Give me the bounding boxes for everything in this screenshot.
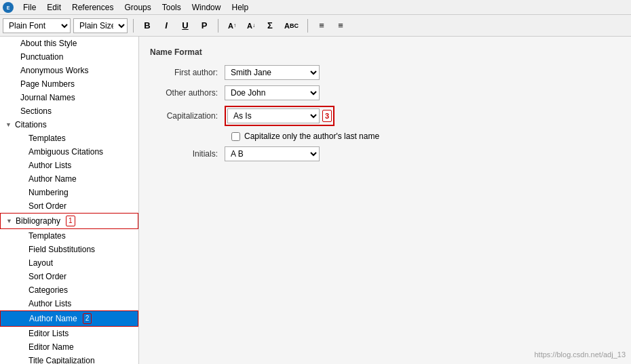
font-select[interactable]: Plain Font — [3, 18, 71, 33]
tree-bibliography-author-name-label: Author Name — [29, 314, 77, 323]
tree-citations-sort-order[interactable]: Sort Order — [0, 199, 138, 213]
tree-about-label: About this Style — [20, 39, 77, 48]
symbol-button[interactable]: Σ — [262, 18, 278, 34]
tree-bibliography-author-lists[interactable]: Author Lists — [0, 297, 138, 310]
italic-button[interactable]: I — [158, 18, 174, 34]
section-title: Name Format — [150, 47, 620, 57]
capitalize-checkbox-row: Capitalize only the author's last name — [231, 132, 620, 141]
menu-references[interactable]: References — [66, 1, 119, 14]
tree-categories-label: Categories — [28, 285, 68, 295]
tree-ambiguous-citations[interactable]: Ambiguous Citations — [0, 145, 138, 159]
tree-punctuation[interactable]: Punctuation — [0, 50, 138, 64]
tree-page-numbers[interactable]: Page Numbers — [0, 77, 138, 91]
bibliography-badge: 1 — [66, 216, 75, 226]
bold-button[interactable]: B — [139, 18, 155, 34]
capitalize-lastname-label: Capitalize only the author's last name — [244, 132, 379, 141]
size-select[interactable]: Plain Size — [73, 18, 128, 33]
tree-citations-sort-order-label: Sort Order — [28, 201, 66, 211]
underline-button[interactable]: U — [177, 18, 193, 34]
tree-bibliography-sort-order-label: Sort Order — [28, 272, 66, 281]
tree-editor-lists[interactable]: Editor Lists — [0, 327, 138, 340]
left-panel: About this Style Punctuation Anonymous W… — [0, 37, 139, 364]
tree-bibliography-label: Bibliography — [16, 216, 60, 226]
tree-citations-author-lists-label: Author Lists — [28, 161, 71, 170]
menu-groups[interactable]: Groups — [119, 1, 156, 14]
tree-field-substitutions[interactable]: Field Substitutions — [0, 243, 138, 256]
other-authors-select[interactable]: Doe John John Doe Doe J J Doe — [225, 85, 320, 100]
capitalize-lastname-checkbox[interactable] — [231, 132, 240, 141]
menu-file[interactable]: File — [18, 1, 41, 14]
first-author-label: First author: — [150, 68, 225, 77]
tree-punctuation-label: Punctuation — [20, 52, 63, 62]
align-left-button[interactable]: ≡ — [313, 18, 330, 34]
capitalization-row: Capitalization: As Is All Uppercase All … — [150, 106, 620, 126]
tree-journal-names[interactable]: Journal Names — [0, 91, 138, 104]
tree-citations[interactable]: ▼ Citations — [0, 118, 138, 132]
other-authors-row: Other authors: Doe John John Doe Doe J J… — [150, 85, 620, 100]
toolbar: Plain Font Plain Size B I U P A↑ A↓ Σ AB… — [0, 15, 631, 37]
main-layout: About this Style Punctuation Anonymous W… — [0, 37, 631, 364]
tree-field-substitutions-label: Field Substitutions — [28, 245, 95, 254]
tree-sections[interactable]: Sections — [0, 104, 138, 118]
tree-ambiguous-citations-label: Ambiguous Citations — [28, 147, 103, 157]
tree-title-capitalization-label: Title Capitalization — [28, 356, 95, 364]
case-button[interactable]: ABC — [281, 18, 302, 34]
toolbar-divider-1 — [133, 19, 134, 33]
watermark: https://blog.csdn.net/adj_13 — [534, 350, 626, 359]
tree-page-numbers-label: Page Numbers — [20, 79, 75, 89]
tree-citations-author-name[interactable]: Author Name — [0, 172, 138, 186]
tree-bibliography-templates[interactable]: Templates — [0, 229, 138, 243]
initials-row: Initials: A B A.B. AB A — [150, 146, 620, 161]
first-author-select[interactable]: Smith Jane Jane Smith Smith J J Smith — [225, 65, 320, 80]
tree-citations-templates[interactable]: Templates — [0, 132, 138, 145]
tree-bibliography-author-name[interactable]: Author Name 2 — [0, 310, 138, 327]
right-panel: Name Format First author: Smith Jane Jan… — [139, 37, 631, 364]
first-author-row: First author: Smith Jane Jane Smith Smit… — [150, 65, 620, 80]
svg-text:E: E — [7, 5, 10, 10]
app-logo: E — [3, 2, 14, 13]
tree-citations-author-name-label: Author Name — [28, 174, 77, 184]
subscript-button[interactable]: A↓ — [243, 18, 259, 34]
capitalization-badge: 3 — [322, 110, 332, 122]
tree-title-capitalization[interactable]: Title Capitalization — [0, 354, 138, 364]
tree-categories[interactable]: Categories — [0, 283, 138, 297]
author-name-badge: 2 — [83, 313, 92, 324]
tree-anonymous[interactable]: Anonymous Works — [0, 64, 138, 77]
tree-citations-label: Citations — [15, 120, 47, 129]
tree-anonymous-label: Anonymous Works — [20, 66, 88, 75]
tree-bibliography-sort-order[interactable]: Sort Order — [0, 270, 138, 283]
tree-editor-lists-label: Editor Lists — [28, 329, 69, 338]
tree-bibliography[interactable]: ▼ Bibliography 1 — [0, 213, 138, 229]
capitalization-select[interactable]: As Is All Uppercase All Lowercase Small … — [227, 108, 320, 123]
superscript-button[interactable]: A↑ — [224, 18, 240, 34]
tree-bibliography-author-lists-label: Author Lists — [28, 299, 71, 308]
tree-journal-names-label: Journal Names — [20, 93, 75, 102]
tree-citations-author-lists[interactable]: Author Lists — [0, 159, 138, 172]
tree-bibliography-templates-label: Templates — [28, 231, 66, 241]
menu-edit[interactable]: Edit — [41, 1, 66, 14]
tree-editor-name[interactable]: Editor Name — [0, 340, 138, 354]
tree-about[interactable]: About this Style — [0, 37, 138, 50]
initials-label: Initials: — [150, 149, 225, 159]
plain-button[interactable]: P — [196, 18, 212, 34]
capitalization-label: Capitalization: — [150, 111, 225, 121]
toolbar-divider-2 — [218, 19, 218, 33]
expand-icon: ▼ — [6, 218, 13, 224]
toolbar-divider-3 — [307, 19, 308, 33]
tree-sections-label: Sections — [20, 106, 52, 116]
tree-layout-label: Layout — [28, 258, 53, 268]
capitalization-highlight-box: As Is All Uppercase All Lowercase Small … — [225, 106, 334, 126]
menu-bar: E File Edit References Groups Tools Wind… — [0, 0, 631, 15]
tree-numbering-label: Numbering — [28, 188, 69, 197]
menu-help[interactable]: Help — [226, 1, 254, 14]
tree-numbering[interactable]: Numbering — [0, 186, 138, 199]
menu-tools[interactable]: Tools — [157, 1, 187, 14]
tree-editor-name-label: Editor Name — [28, 342, 74, 352]
menu-window[interactable]: Window — [187, 1, 227, 14]
tree-layout[interactable]: Layout — [0, 256, 138, 270]
initials-select[interactable]: A B A.B. AB A — [225, 146, 320, 161]
expand-icon: ▼ — [5, 121, 12, 128]
align-right-button[interactable]: ≡ — [332, 18, 349, 34]
other-authors-label: Other authors: — [150, 88, 225, 98]
tree-citations-templates-label: Templates — [28, 134, 66, 143]
